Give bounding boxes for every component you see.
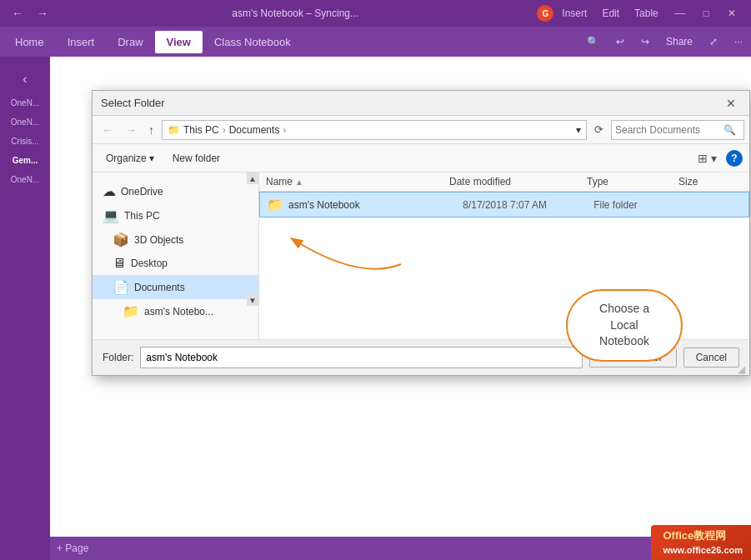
search-button[interactable]: 🔍 bbox=[582, 34, 604, 49]
sidebar-item-4[interactable]: OneN... bbox=[0, 172, 50, 188]
tab-view[interactable]: View bbox=[155, 31, 203, 53]
sidebar: ‹ OneN... OneN... Crisis... Gem... OneN.… bbox=[0, 57, 50, 560]
watermark-url: www.office26.com bbox=[663, 544, 743, 557]
dialog-close-button[interactable]: ✕ bbox=[721, 95, 741, 112]
this-pc-icon: 💻 bbox=[103, 208, 119, 223]
dialog-title-bar: Select Folder ✕ bbox=[93, 91, 749, 116]
dialog-up-button[interactable]: ↑ bbox=[144, 122, 158, 138]
menu-insert[interactable]: Insert bbox=[555, 6, 593, 21]
dialog-footer: Folder: Select Folder Cancel bbox=[93, 339, 749, 375]
nav-item-asm-notebook[interactable]: 📁 asm's Notebo... bbox=[93, 299, 258, 323]
nav-item-onedrive[interactable]: ☁ OneDrive bbox=[93, 179, 258, 203]
breadcrumb-icon: 📁 bbox=[168, 124, 180, 136]
dialog-address-bar: ← → ↑ 📁 This PC › Documents › ▾ ⟳ 🔍 bbox=[93, 116, 749, 144]
tab-home[interactable]: Home bbox=[3, 31, 56, 53]
expand-button[interactable]: ⤢ bbox=[704, 34, 723, 49]
nav-item-documents[interactable]: 📄 Documents bbox=[93, 275, 258, 299]
dialog-back-button[interactable]: ← bbox=[98, 122, 118, 138]
watermark-site: Office教程网 bbox=[663, 528, 743, 543]
desktop-icon: 🖥 bbox=[113, 256, 126, 271]
new-folder-button[interactable]: New folder bbox=[166, 150, 227, 167]
share-button[interactable]: Share bbox=[661, 34, 698, 49]
nav-item-this-pc[interactable]: 💻 This PC bbox=[93, 203, 258, 228]
close-button[interactable]: ✕ bbox=[719, 6, 744, 21]
sort-arrow-icon: ▲ bbox=[295, 178, 303, 187]
select-folder-button[interactable]: Select Folder bbox=[589, 348, 677, 368]
main-content: Import Saved Notebook Save your notebook… bbox=[50, 57, 751, 560]
breadcrumb-this-pc[interactable]: This PC bbox=[183, 124, 219, 136]
folder-input[interactable] bbox=[140, 347, 583, 368]
cancel-button[interactable]: Cancel bbox=[683, 348, 739, 368]
file-row[interactable]: 📁 asm's Notebook 8/17/2018 7:07 AM File … bbox=[259, 192, 749, 218]
nav-scroll-up-button[interactable]: ▲ bbox=[247, 172, 258, 184]
refresh-button[interactable]: ⟳ bbox=[590, 122, 608, 138]
file-folder-icon: 📁 bbox=[267, 197, 283, 212]
tab-insert[interactable]: Insert bbox=[56, 31, 107, 53]
search-icon-button[interactable]: 🔍 bbox=[723, 124, 736, 136]
ribbon-right: 🔍 ↩ ↪ Share ⤢ ··· bbox=[582, 34, 748, 49]
file-name: asm's Notebook bbox=[288, 199, 463, 211]
tab-draw[interactable]: Draw bbox=[106, 31, 154, 53]
dialog-overlay: Select Folder ✕ ← → ↑ 📁 This PC › Docume… bbox=[50, 57, 751, 560]
minimize-button[interactable]: — bbox=[667, 6, 693, 21]
column-type[interactable]: Type bbox=[587, 176, 678, 188]
3d-objects-icon: 📦 bbox=[113, 232, 129, 248]
sidebar-item-0[interactable]: OneN... bbox=[0, 95, 50, 111]
column-date[interactable]: Date modified bbox=[449, 176, 587, 188]
file-list: 📁 asm's Notebook 8/17/2018 7:07 AM File … bbox=[259, 192, 749, 339]
dialog-body: ▲ ☁ OneDrive 💻 This PC 📦 3D Objects bbox=[93, 172, 749, 339]
breadcrumb-dropdown-icon[interactable]: ▾ bbox=[576, 124, 581, 136]
maximize-button[interactable]: □ bbox=[695, 6, 718, 21]
title-bar-nav: ← → bbox=[7, 5, 53, 22]
file-list-header: Name ▲ Date modified Type Size bbox=[259, 172, 749, 192]
more-button[interactable]: ··· bbox=[729, 34, 748, 49]
help-button[interactable]: ? bbox=[726, 150, 743, 167]
dialog-toolbar: Organize ▾ New folder ⊞ ▾ ? bbox=[93, 144, 749, 172]
sidebar-collapse-button[interactable]: ‹ bbox=[18, 67, 32, 92]
breadcrumb-bar[interactable]: 📁 This PC › Documents › ▾ bbox=[162, 120, 587, 140]
nav-pane: ▲ ☁ OneDrive 💻 This PC 📦 3D Objects bbox=[93, 172, 259, 339]
documents-icon: 📄 bbox=[113, 279, 129, 295]
search-input[interactable] bbox=[615, 124, 723, 136]
organize-button[interactable]: Organize ▾ bbox=[99, 150, 161, 167]
redo-button[interactable]: ↪ bbox=[636, 34, 654, 49]
dialog-title: Select Folder bbox=[101, 97, 721, 109]
nav-item-desktop[interactable]: 🖥 Desktop bbox=[93, 252, 258, 275]
menu-edit[interactable]: Edit bbox=[595, 6, 626, 21]
title-bar: ← → asm's Notebook – Syncing... G Insert… bbox=[0, 0, 751, 27]
sidebar-item-1[interactable]: OneN... bbox=[0, 114, 50, 130]
search-box[interactable]: 🔍 bbox=[611, 120, 744, 140]
nav-scroll-down-button[interactable]: ▼ bbox=[247, 294, 258, 306]
sidebar-item-2[interactable]: Crisis... bbox=[0, 133, 50, 149]
app-title: asm's Notebook – Syncing... bbox=[53, 8, 537, 19]
organize-arrow-icon: ▾ bbox=[149, 152, 154, 164]
column-size[interactable]: Size bbox=[678, 176, 743, 188]
dialog-forward-button[interactable]: → bbox=[121, 122, 141, 138]
resize-handle[interactable]: ◢ bbox=[738, 363, 748, 373]
title-bar-right: G Insert Edit Table — □ ✕ bbox=[537, 5, 744, 22]
select-folder-dialog: Select Folder ✕ ← → ↑ 📁 This PC › Docume… bbox=[92, 90, 750, 376]
gem-badge[interactable]: G bbox=[537, 5, 553, 22]
folder-label: Folder: bbox=[103, 352, 133, 363]
column-name[interactable]: Name ▲ bbox=[266, 176, 449, 188]
sidebar-item-gem[interactable]: Gem... bbox=[0, 152, 50, 168]
tab-class-notebook[interactable]: Class Notebook bbox=[203, 31, 303, 53]
forward-button[interactable]: → bbox=[32, 5, 53, 22]
nav-item-3d-objects[interactable]: 📦 3D Objects bbox=[93, 228, 258, 252]
app-body: ‹ OneN... OneN... Crisis... Gem... OneN.… bbox=[0, 57, 751, 560]
menu-table[interactable]: Table bbox=[628, 6, 665, 21]
onedrive-icon: ☁ bbox=[103, 183, 116, 199]
view-toggle-button[interactable]: ⊞ ▾ bbox=[693, 149, 721, 168]
asm-notebook-nav-icon: 📁 bbox=[123, 303, 139, 319]
back-button[interactable]: ← bbox=[7, 5, 28, 22]
undo-button[interactable]: ↩ bbox=[611, 34, 629, 49]
ribbon: Home Insert Draw View Class Notebook 🔍 ↩… bbox=[0, 27, 751, 57]
file-date: 8/17/2018 7:07 AM bbox=[463, 199, 593, 211]
file-pane: Name ▲ Date modified Type Size 📁 asm's N… bbox=[259, 172, 749, 339]
watermark: Office教程网 www.office26.com bbox=[651, 525, 751, 560]
breadcrumb-documents[interactable]: Documents bbox=[229, 124, 280, 136]
file-type: File folder bbox=[593, 199, 681, 211]
